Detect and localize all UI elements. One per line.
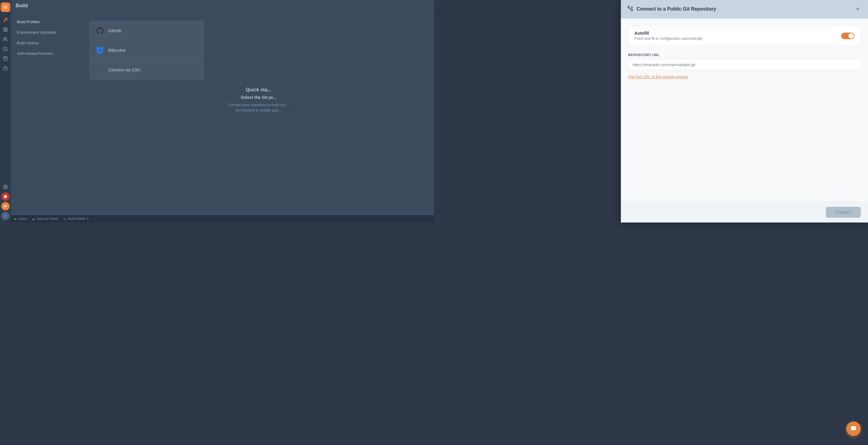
svg-rect-4 bbox=[4, 30, 5, 31]
provider-ssh[interactable]: Connect via SSH bbox=[90, 60, 204, 80]
svg-line-18 bbox=[99, 70, 101, 71]
svg-rect-3 bbox=[6, 28, 7, 29]
status-team: Appcircle Teams bbox=[32, 217, 59, 220]
svg-point-15 bbox=[101, 67, 102, 69]
provider-github[interactable]: GitHub bbox=[90, 21, 204, 41]
bitbucket-label: Bitbucket bbox=[108, 48, 126, 53]
nav-build-history[interactable]: Build History bbox=[11, 38, 83, 48]
quickstart-body: Connect your repository to build you... … bbox=[89, 102, 428, 113]
github-label: GitHub bbox=[108, 28, 121, 33]
svg-point-13 bbox=[5, 214, 6, 216]
app-logo[interactable] bbox=[1, 2, 10, 12]
center-area: GitHub Bitbucket bbox=[83, 12, 434, 215]
nav-env-variables[interactable]: Environment Variables bbox=[11, 27, 83, 38]
github-icon bbox=[96, 27, 104, 35]
check-nav-icon[interactable] bbox=[1, 44, 10, 53]
build-nav-icon[interactable] bbox=[1, 16, 10, 24]
nav-build-profiles[interactable]: Build Profiles bbox=[11, 17, 83, 27]
main-content: Build Build Profiles Environment Variabl… bbox=[11, 0, 434, 222]
provider-list: GitHub Bitbucket bbox=[89, 21, 204, 80]
svg-point-1 bbox=[5, 7, 6, 8]
quickstart-subtitle: Select the Git pr... bbox=[89, 95, 428, 100]
account-icon[interactable] bbox=[1, 212, 10, 220]
bag-nav-icon[interactable] bbox=[1, 54, 10, 63]
ssh-label: Connect via SSH bbox=[108, 67, 141, 72]
svg-line-17 bbox=[99, 68, 101, 70]
svg-point-16 bbox=[101, 71, 102, 73]
svg-point-9 bbox=[5, 186, 6, 187]
nav-self-hosted-runners[interactable]: Self-Hosted Runners bbox=[11, 48, 83, 59]
provider-bitbucket[interactable]: Bitbucket bbox=[90, 41, 204, 60]
bitbucket-icon bbox=[96, 46, 104, 55]
left-nav: Build Profiles Environment Variables Bui… bbox=[11, 12, 83, 215]
build-header: Build bbox=[11, 0, 434, 12]
page-title: Build bbox=[16, 3, 28, 8]
svg-point-6 bbox=[4, 37, 5, 39]
svg-point-14 bbox=[97, 69, 99, 71]
status-bar: Online Appcircle Teams Active Builds: 0 bbox=[11, 215, 434, 222]
svg-point-19 bbox=[33, 218, 34, 219]
user-avatar-alert[interactable] bbox=[1, 192, 10, 201]
content-layout: Build Profiles Environment Variables Bui… bbox=[11, 12, 434, 215]
svg-rect-2 bbox=[4, 28, 5, 29]
ssh-icon bbox=[96, 66, 104, 74]
quickstart-title: Quick sta... bbox=[89, 87, 428, 93]
sidebar: AT bbox=[0, 0, 11, 222]
quickstart-section: Quick sta... Select the Git pr... Connec… bbox=[89, 87, 428, 113]
team-nav-icon[interactable] bbox=[1, 35, 10, 43]
status-online: Online bbox=[14, 217, 27, 221]
grid-nav-icon[interactable] bbox=[1, 25, 10, 34]
lock-nav-icon[interactable] bbox=[1, 64, 10, 72]
settings-nav-icon[interactable] bbox=[1, 183, 10, 191]
svg-rect-8 bbox=[4, 68, 7, 70]
user-avatar[interactable]: AT bbox=[1, 202, 10, 210]
svg-rect-5 bbox=[6, 30, 7, 31]
status-builds: Active Builds: 0 bbox=[63, 217, 89, 220]
